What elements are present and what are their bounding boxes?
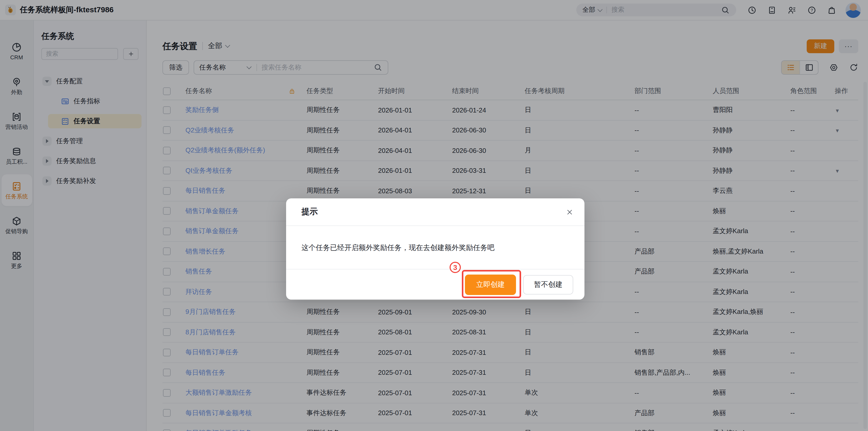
dialog-message: 这个任务已经开启额外奖励任务，现在去创建额外奖励任务吧 — [286, 226, 585, 253]
dialog-header: 提示 — [286, 198, 585, 226]
create-now-button[interactable]: 立即创建 — [465, 274, 516, 295]
screen: 任务系统样板间-fktest7986 全部 搜索 ? CRM 外勤 营销活动 — [0, 0, 868, 431]
not-now-button[interactable]: 暂不创建 — [523, 275, 573, 294]
dialog-footer: 立即创建 暂不创建 — [286, 269, 585, 299]
dialog-title: 提示 — [302, 206, 318, 217]
close-icon[interactable] — [566, 208, 573, 216]
prompt-dialog: 提示 这个任务已经开启额外奖励任务，现在去创建额外奖励任务吧 立即创建 暂不创建 — [286, 198, 585, 299]
